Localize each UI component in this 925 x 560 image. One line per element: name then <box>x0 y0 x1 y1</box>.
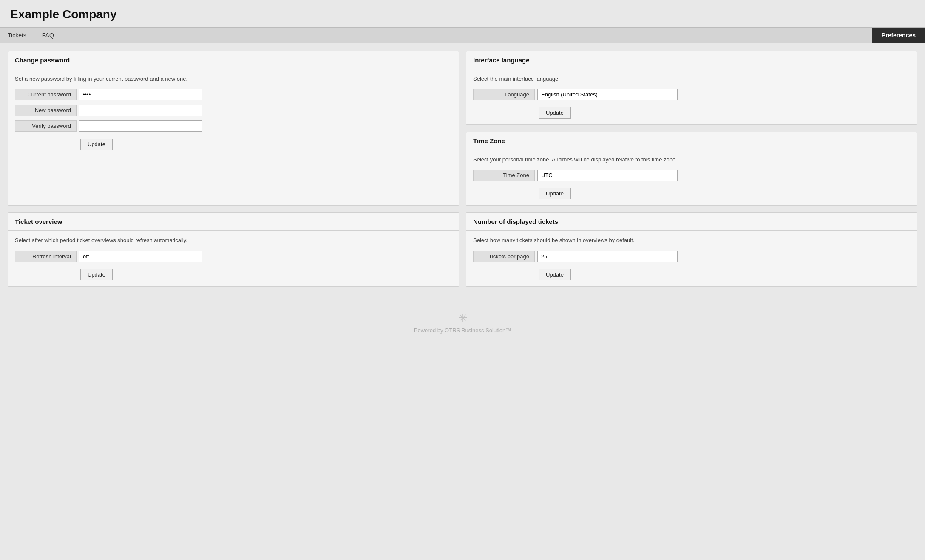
footer: ✳ Powered by OTRS Business Solution™ <box>0 294 925 346</box>
timezone-btn-row: Update <box>473 185 910 199</box>
language-update-button[interactable]: Update <box>539 107 571 119</box>
refresh-interval-label: Refresh interval <box>15 251 77 262</box>
change-password-title: Change password <box>8 51 459 69</box>
tickets-per-page-row: Tickets per page <box>473 251 910 262</box>
tickets-per-page-label: Tickets per page <box>473 251 535 262</box>
current-password-input[interactable] <box>79 89 202 100</box>
header: Example Company <box>0 0 925 27</box>
current-password-label: Current password <box>15 89 77 100</box>
time-zone-description: Select your personal time zone. All time… <box>473 156 910 164</box>
timezone-row: Time Zone <box>473 170 910 181</box>
timezone-input[interactable] <box>537 170 678 181</box>
new-password-row: New password <box>15 105 452 116</box>
displayed-tickets-btn-row: Update <box>473 266 910 280</box>
navbar: Tickets FAQ Preferences <box>0 27 925 43</box>
ticket-overview-panel: Ticket overview Select after which perio… <box>8 212 459 286</box>
company-name: Example Company <box>10 8 915 21</box>
change-password-btn-row: Update <box>15 136 452 150</box>
nav-preferences[interactable]: Preferences <box>872 28 925 43</box>
refresh-interval-input[interactable] <box>79 251 202 262</box>
nav-faq[interactable]: FAQ <box>34 28 62 43</box>
timezone-label: Time Zone <box>473 170 535 181</box>
current-password-row: Current password <box>15 89 452 100</box>
otrs-logo-icon: ✳ <box>0 311 925 325</box>
displayed-tickets-body: Select how many tickets should be shown … <box>466 231 917 286</box>
language-btn-row: Update <box>473 105 910 119</box>
displayed-tickets-description: Select how many tickets should be shown … <box>473 237 910 244</box>
new-password-label: New password <box>15 105 77 116</box>
powered-by-text: Powered by OTRS Business Solution™ <box>414 327 511 334</box>
language-row: Language <box>473 89 910 100</box>
change-password-body: Set a new password by filling in your cu… <box>8 69 459 156</box>
refresh-interval-row: Refresh interval <box>15 251 452 262</box>
verify-password-input[interactable] <box>79 120 202 132</box>
displayed-tickets-panel: Number of displayed tickets Select how m… <box>466 212 917 286</box>
ticket-overview-update-button[interactable]: Update <box>80 269 113 280</box>
interface-language-description: Select the main interface language. <box>473 75 910 83</box>
nav-spacer <box>62 28 872 43</box>
language-label: Language <box>473 89 535 100</box>
change-password-description: Set a new password by filling in your cu… <box>15 75 452 83</box>
time-zone-panel: Time Zone Select your personal time zone… <box>466 132 917 206</box>
verify-password-row: Verify password <box>15 120 452 132</box>
interface-language-title: Interface language <box>466 51 917 69</box>
ticket-overview-title: Ticket overview <box>8 213 459 231</box>
change-password-panel: Change password Set a new password by fi… <box>8 51 459 206</box>
change-password-update-button[interactable]: Update <box>80 139 113 150</box>
ticket-overview-btn-row: Update <box>15 266 452 280</box>
tickets-per-page-input[interactable] <box>537 251 678 262</box>
time-zone-title: Time Zone <box>466 132 917 150</box>
interface-language-panel: Interface language Select the main inter… <box>466 51 917 125</box>
timezone-update-button[interactable]: Update <box>539 188 571 199</box>
displayed-tickets-update-button[interactable]: Update <box>539 269 571 280</box>
displayed-tickets-title: Number of displayed tickets <box>466 213 917 231</box>
panels-grid: Change password Set a new password by fi… <box>8 51 917 287</box>
ticket-overview-description: Select after which period ticket overvie… <box>15 237 452 244</box>
interface-language-body: Select the main interface language. Lang… <box>466 69 917 124</box>
verify-password-label: Verify password <box>15 120 77 132</box>
main-content: Change password Set a new password by fi… <box>0 43 925 294</box>
nav-tickets[interactable]: Tickets <box>0 28 34 43</box>
ticket-overview-body: Select after which period ticket overvie… <box>8 231 459 286</box>
time-zone-body: Select your personal time zone. All time… <box>466 150 917 205</box>
new-password-input[interactable] <box>79 105 202 116</box>
language-input[interactable] <box>537 89 678 100</box>
right-column: Interface language Select the main inter… <box>466 51 917 206</box>
